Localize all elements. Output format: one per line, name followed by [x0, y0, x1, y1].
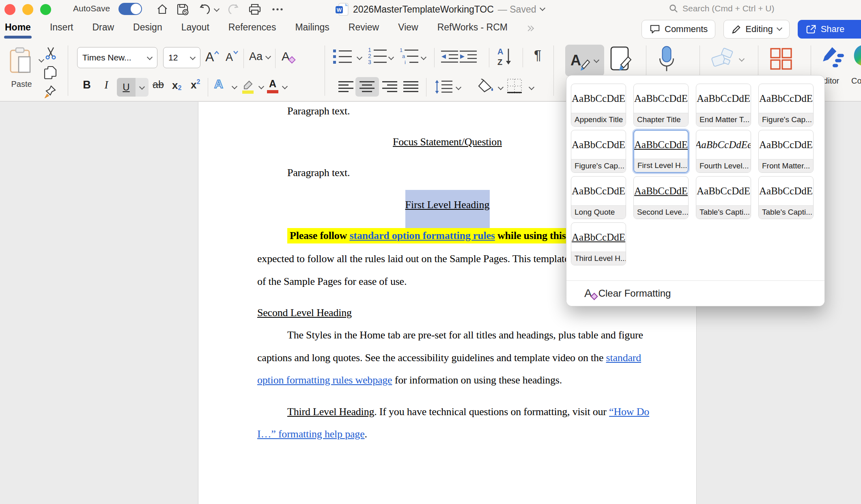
style-card-fourth-level[interactable]: AaBbCcDdEeFourth Level... — [696, 130, 751, 173]
tab-view[interactable]: View — [398, 22, 418, 35]
styles-pane-button[interactable] — [609, 45, 633, 75]
styles-gallery-button[interactable]: A — [565, 45, 604, 76]
document-title-group[interactable]: W 2026MasterTemplateWorkingTOC — Saved — [335, 2, 545, 16]
bullets-chevron-icon[interactable] — [357, 55, 362, 60]
underline-button[interactable]: U — [117, 78, 149, 97]
borders-chevron-icon[interactable] — [529, 85, 534, 90]
copilot-label: Copilot — [851, 76, 861, 86]
tab-home[interactable]: Home — [5, 22, 31, 35]
shading-button[interactable] — [477, 79, 495, 95]
align-left-button[interactable] — [338, 80, 354, 93]
editor-button[interactable] — [820, 45, 845, 70]
show-paragraph-marks-button[interactable]: ¶ — [534, 47, 541, 63]
tabs-row: Home Insert Draw Design Layout Reference… — [0, 18, 861, 41]
undo-chevron-icon[interactable] — [213, 3, 221, 16]
numbering-button[interactable]: 123 — [368, 47, 387, 66]
shrink-font-button[interactable]: A — [226, 51, 239, 64]
style-card-long-quote[interactable]: AaBbCcDdELong Quote — [571, 176, 626, 219]
style-card-figures-caption-2[interactable]: AaBbCcDdEFigure's Cap... — [571, 130, 626, 173]
subscript-button[interactable]: x2 — [172, 79, 181, 92]
undo-icon[interactable] — [198, 3, 213, 16]
style-card-tables-caption-2[interactable]: AaBbCcDdETable's Capti... — [758, 176, 814, 219]
tab-insert[interactable]: Insert — [50, 22, 73, 35]
addins-grid-button[interactable] — [769, 47, 793, 71]
tab-review[interactable]: Review — [349, 22, 379, 35]
formatting-rules-link[interactable]: standard option formatting rules — [349, 230, 495, 241]
multilevel-chevron-icon[interactable] — [421, 55, 426, 60]
close-window-button[interactable] — [4, 4, 15, 15]
copy-icon[interactable] — [44, 66, 58, 80]
svg-text:3: 3 — [368, 59, 371, 65]
clear-formatting-menu-item[interactable]: A Clear Formatting — [566, 281, 824, 306]
style-card-figures-caption[interactable]: AaBbCcDdEFigure's Cap... — [758, 84, 814, 127]
paste-chevron-icon[interactable] — [39, 58, 44, 62]
home-icon[interactable] — [155, 3, 170, 16]
search-input[interactable]: Search (Cmd + Ctrl + U) — [669, 4, 774, 13]
style-card-chapter-title[interactable]: AaBbCcDdEChapter Title — [633, 84, 689, 127]
text-effects-chevron-icon[interactable] — [232, 84, 237, 89]
shading-chevron-icon[interactable] — [498, 85, 503, 90]
font-name-select[interactable]: Times New... — [77, 47, 157, 68]
multilevel-list-button[interactable]: 1ai — [399, 47, 420, 66]
tab-design[interactable]: Design — [133, 22, 162, 35]
title-chevron-icon[interactable] — [540, 6, 545, 11]
how-do-i-link[interactable]: “How Do — [609, 406, 649, 418]
format-painter-icon[interactable] — [44, 84, 58, 98]
numbering-chevron-icon[interactable] — [389, 55, 394, 60]
tab-refworks[interactable]: RefWorks - RCM — [437, 22, 508, 35]
font-color-button[interactable]: A — [267, 78, 278, 93]
tab-layout[interactable]: Layout — [181, 22, 209, 35]
minimize-window-button[interactable] — [22, 4, 33, 15]
bullets-button[interactable] — [333, 48, 352, 65]
highlight-color-button[interactable] — [240, 77, 255, 95]
style-card-third-level-heading[interactable]: AaBbCcDdEThird Level H... — [571, 222, 626, 265]
comments-button[interactable]: Comments — [641, 20, 715, 39]
font-size-select[interactable]: 12 — [163, 47, 200, 68]
more-commands-icon[interactable] — [270, 3, 285, 16]
tab-draw[interactable]: Draw — [92, 22, 114, 35]
text-effects-button[interactable]: A — [214, 77, 223, 91]
change-case-button[interactable]: Aa — [249, 50, 271, 63]
style-card-front-matter[interactable]: AaBbCcDdEFront Matter... — [758, 130, 814, 173]
copilot-button[interactable] — [852, 44, 861, 68]
styles-cards-grid: AaBbCcDdEAppendix Title AaBbCcDdEChapter… — [571, 84, 814, 265]
strikethrough-button[interactable]: ab — [153, 79, 164, 90]
italic-button[interactable]: I — [99, 79, 114, 91]
tab-mailings[interactable]: Mailings — [295, 22, 329, 35]
superscript-button[interactable]: x2 — [191, 79, 200, 91]
tab-references[interactable]: References — [228, 22, 276, 35]
style-card-first-level-heading[interactable]: AaBbCcDdEFirst Level H... — [633, 130, 689, 173]
formatting-rules-webpage-link[interactable]: option formatting rules webpage — [257, 374, 392, 386]
bold-button[interactable]: B — [80, 79, 94, 91]
autosave-toggle[interactable] — [118, 3, 142, 15]
style-card-tables-caption[interactable]: AaBbCcDdETable's Capti... — [696, 176, 751, 219]
print-icon[interactable] — [248, 3, 262, 16]
highlight-chevron-icon[interactable] — [259, 84, 264, 89]
grow-font-button[interactable]: A — [205, 50, 220, 65]
borders-button[interactable] — [506, 78, 523, 94]
align-center-button[interactable] — [355, 77, 379, 97]
share-button[interactable]: Share — [798, 20, 861, 39]
formatting-rules-webpage-link[interactable]: standard — [606, 352, 641, 364]
more-tabs-icon[interactable] — [527, 25, 533, 30]
style-card-second-level[interactable]: AaBbCcDdESecond Leve... — [633, 176, 689, 219]
clear-formatting-button[interactable]: A — [282, 50, 290, 63]
how-do-i-link[interactable]: I…” formatting help page — [257, 428, 365, 440]
justify-button[interactable] — [403, 80, 419, 93]
zoom-window-button[interactable] — [40, 4, 51, 15]
increase-indent-button[interactable] — [459, 50, 477, 64]
sort-button[interactable]: AZ — [497, 46, 513, 67]
cut-icon[interactable] — [44, 46, 58, 60]
line-spacing-button[interactable] — [434, 80, 453, 94]
save-icon[interactable] — [175, 3, 190, 16]
style-card-appendix-title[interactable]: AaBbCcDdEAppendix Title — [571, 84, 626, 127]
line-spacing-chevron-icon[interactable] — [456, 85, 461, 90]
dictate-button[interactable] — [657, 45, 676, 73]
underline-chevron-icon[interactable] — [136, 78, 149, 97]
style-card-end-matter[interactable]: AaBbCcDdEEnd Matter T... — [696, 84, 751, 127]
decrease-indent-button[interactable] — [441, 50, 458, 64]
font-color-chevron-icon[interactable] — [282, 84, 287, 89]
paste-button[interactable] — [9, 47, 34, 74]
editing-mode-button[interactable]: Editing — [723, 20, 789, 39]
align-right-button[interactable] — [382, 80, 398, 93]
